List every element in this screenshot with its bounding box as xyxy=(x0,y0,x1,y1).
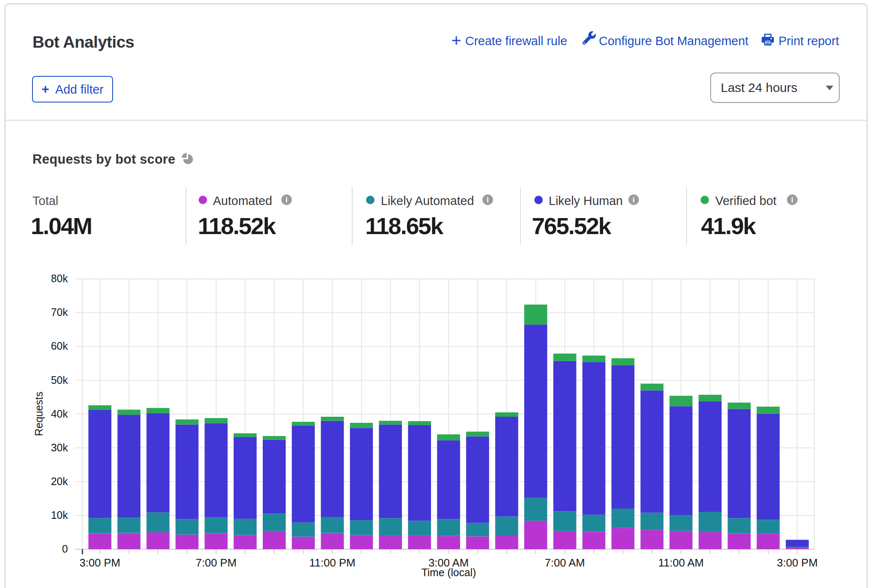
svg-text:3:00 PM: 3:00 PM xyxy=(777,556,818,569)
svg-text:80k: 80k xyxy=(51,272,68,284)
svg-text:70k: 70k xyxy=(51,306,68,318)
svg-text:0: 0 xyxy=(62,543,68,555)
svg-text:20k: 20k xyxy=(51,475,68,487)
svg-text:50k: 50k xyxy=(51,374,68,386)
svg-text:10k: 10k xyxy=(51,509,68,521)
svg-text:7:00 AM: 7:00 AM xyxy=(544,556,585,569)
svg-text:11:00 AM: 11:00 AM xyxy=(658,556,704,569)
svg-text:40k: 40k xyxy=(51,408,68,420)
svg-text:Requests: Requests xyxy=(33,391,45,436)
svg-text:3:00 PM: 3:00 PM xyxy=(79,556,120,569)
svg-text:30k: 30k xyxy=(51,442,68,453)
svg-text:60k: 60k xyxy=(51,340,68,352)
svg-text:Time (local): Time (local) xyxy=(421,566,476,578)
svg-text:7:00 PM: 7:00 PM xyxy=(196,556,237,569)
svg-text:11:00 PM: 11:00 PM xyxy=(309,556,355,569)
